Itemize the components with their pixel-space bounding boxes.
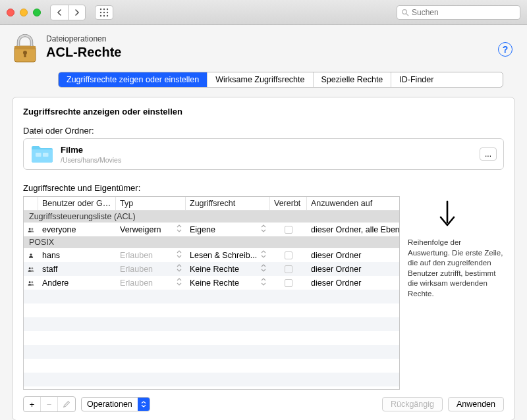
page-title: ACL-Rechte	[46, 45, 121, 60]
svg-point-2	[107, 8, 108, 9]
cell-apply: dieser Ordner	[307, 277, 399, 289]
add-button[interactable]: +	[24, 397, 41, 411]
svg-rect-12	[14, 46, 36, 49]
cell-type[interactable]: Verweigern	[116, 223, 186, 236]
edit-button[interactable]	[58, 397, 75, 411]
cell-right[interactable]: Keine Rechte	[186, 276, 270, 289]
file-path: /Users/hans/Movies	[61, 156, 121, 164]
show-all-button[interactable]	[95, 5, 113, 20]
svg-rect-14	[24, 53, 26, 57]
cell-inherit[interactable]	[270, 264, 307, 275]
back-button[interactable]	[51, 5, 68, 20]
svg-point-21	[31, 267, 33, 269]
th-drag[interactable]	[24, 197, 38, 210]
svg-point-20	[29, 267, 31, 269]
group-users-icon	[24, 264, 38, 275]
row-edit-buttons: + −	[23, 396, 76, 412]
lock-icon	[12, 34, 38, 66]
cell-apply: dieser Ordner	[307, 263, 399, 275]
cell-right[interactable]: Lesen & Schreib...	[186, 249, 270, 261]
svg-line-10	[406, 14, 408, 16]
cell-inherit[interactable]	[270, 278, 307, 288]
search-input[interactable]	[412, 8, 516, 17]
svg-point-1	[103, 8, 105, 9]
svg-rect-15	[36, 153, 42, 157]
svg-point-0	[100, 8, 101, 9]
table-label: Zugriffsrechte und Eigentümer:	[23, 183, 400, 193]
svg-point-4	[103, 11, 105, 13]
tab-bar: Zugriffsrechte zeigen oder einstellen Wi…	[58, 72, 503, 88]
search-field[interactable]	[397, 5, 520, 20]
window-controls	[7, 9, 41, 16]
search-icon	[401, 9, 409, 16]
group-posix: POSIX	[24, 236, 399, 248]
tab-special-permissions[interactable]: Spezielle Rechte	[314, 72, 392, 87]
svg-point-5	[107, 11, 108, 13]
group-users-icon	[24, 224, 38, 235]
svg-point-17	[29, 228, 31, 230]
choose-file-button[interactable]: ...	[480, 147, 497, 161]
svg-point-9	[402, 9, 407, 14]
apply-button[interactable]: Anwenden	[448, 397, 504, 411]
folder-icon	[30, 144, 54, 164]
group-users-icon	[24, 278, 38, 288]
svg-point-6	[100, 14, 101, 16]
zoom-window-button[interactable]	[33, 9, 41, 16]
cell-user: Andere	[38, 277, 116, 289]
undo-button[interactable]: Rückgängig	[382, 397, 443, 411]
th-type[interactable]: Typ	[116, 197, 186, 210]
close-window-button[interactable]	[7, 9, 14, 16]
tab-effective-permissions[interactable]: Wirksame Zugriffsrechte	[208, 72, 313, 87]
tab-id-finder[interactable]: ID-Finder	[391, 72, 441, 87]
file-field-label: Datei oder Ordner:	[23, 126, 504, 136]
forward-button[interactable]	[68, 5, 85, 20]
minimize-window-button[interactable]	[20, 9, 28, 16]
chevron-left-icon	[56, 9, 63, 16]
single-user-icon	[24, 250, 38, 261]
cell-type[interactable]: Erlauben	[116, 249, 186, 261]
footer: + − Operationen Rückgängig Anwenden	[23, 390, 504, 420]
help-button[interactable]: ?	[498, 42, 513, 57]
pencil-icon	[63, 400, 70, 408]
group-acl: Zugriffssteuerungsliste (ACL)	[24, 211, 399, 223]
help-icon: ?	[503, 44, 509, 55]
titlebar	[0, 0, 527, 25]
svg-point-3	[100, 11, 101, 13]
chevron-right-icon	[74, 9, 80, 16]
cell-apply: dieser Ordner, alle Ebenen	[307, 224, 399, 236]
table-header: Benutzer oder Gr... Typ Zugriffsrecht Ve…	[24, 197, 399, 211]
section-heading: Zugriffsrechte anzeigen oder einstellen	[23, 107, 504, 117]
table-row[interactable]: hans Erlauben Lesen & Schreib... dieser …	[24, 248, 399, 262]
cell-apply: dieser Ordner	[307, 249, 399, 261]
operations-menu[interactable]: Operationen	[81, 397, 150, 411]
cell-user: hans	[38, 249, 116, 261]
th-right[interactable]: Zugriffsrecht	[186, 197, 270, 210]
permissions-table: Benutzer oder Gr... Typ Zugriffsrecht Ve…	[23, 196, 400, 390]
svg-point-8	[107, 14, 108, 16]
th-apply[interactable]: Anzuwenden auf	[307, 197, 399, 210]
table-row[interactable]: staff Erlauben Keine Rechte dieser Ordne…	[24, 262, 399, 276]
table-row[interactable]: everyone Verweigern Eigene dieser Ordner…	[24, 223, 399, 236]
cell-type[interactable]: Erlauben	[116, 263, 186, 275]
arrow-down-icon	[437, 200, 504, 230]
remove-button[interactable]: −	[41, 397, 58, 411]
nav-back-forward	[50, 5, 86, 20]
operations-label: Operationen	[82, 400, 138, 409]
tab-show-permissions[interactable]: Zugriffsrechte zeigen oder einstellen	[59, 72, 208, 87]
svg-point-22	[29, 281, 31, 283]
operations-dropdown-trigger[interactable]	[138, 397, 150, 411]
cell-user: staff	[38, 263, 116, 275]
svg-point-7	[103, 14, 105, 16]
table-row[interactable]: Andere Erlauben Keine Rechte dieser Ordn…	[24, 276, 399, 290]
cell-type[interactable]: Erlauben	[116, 276, 186, 289]
cell-right[interactable]: Eigene	[186, 223, 270, 236]
breadcrumb: Dateioperationen	[46, 34, 121, 43]
info-aside: Reihenfolge der Auswertung. Die erste Ze…	[408, 183, 504, 390]
grid-icon	[99, 8, 109, 17]
cell-inherit[interactable]	[270, 224, 307, 235]
th-inherit[interactable]: Vererbt	[270, 197, 307, 210]
th-user[interactable]: Benutzer oder Gr...	[38, 197, 116, 210]
cell-inherit[interactable]	[270, 250, 307, 261]
file-selector[interactable]: Filme /Users/hans/Movies ...	[23, 138, 504, 170]
cell-right[interactable]: Keine Rechte	[186, 263, 270, 275]
